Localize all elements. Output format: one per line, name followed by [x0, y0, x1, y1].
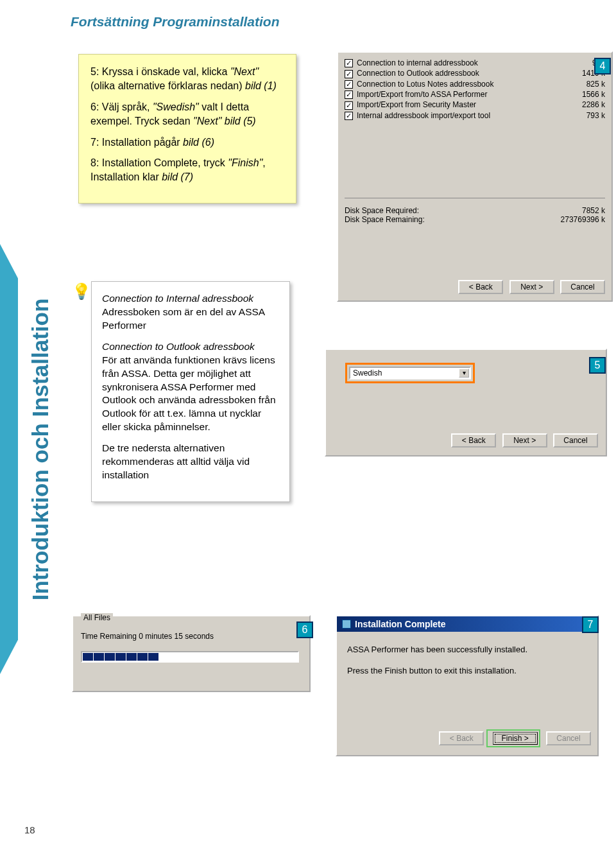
back-button[interactable]: < Back	[451, 433, 496, 448]
checkbox-icon[interactable]: ✓	[345, 112, 353, 120]
dialog-select-components: ✓Connection to internal addressbook963 ✓…	[337, 51, 613, 302]
note-text-italic: bild (6)	[183, 137, 214, 148]
component-size: 825 k	[586, 80, 605, 89]
note-text: 5: Kryssa i önskade val, klicka	[90, 66, 230, 77]
tips-body: För att använda funktionen krävs licens …	[102, 354, 276, 433]
component-row[interactable]: ✓Connection to Lotus Notes addressbook82…	[345, 79, 605, 89]
note-text-italic: bild (1)	[245, 80, 277, 91]
component-label: Import/Export from Security Master	[357, 100, 476, 109]
component-row[interactable]: ✓Import/Export from Security Master2286 …	[345, 100, 605, 110]
callout-badge-7: 7	[582, 616, 599, 633]
checkbox-icon[interactable]: ✓	[345, 91, 353, 99]
cancel-button[interactable]: Cancel	[560, 280, 605, 294]
progress-group-label: All Files	[81, 613, 113, 622]
cancel-button[interactable]: Cancel	[553, 433, 598, 448]
disk-remaining-label: Disk Space Remaining:	[345, 215, 425, 224]
checkbox-icon[interactable]: ✓	[345, 80, 353, 89]
language-dropdown[interactable]: Swedish ▾	[349, 367, 471, 379]
language-value: Swedish	[353, 369, 382, 378]
disk-remaining-value: 273769396 k	[561, 215, 605, 224]
component-row[interactable]: ✓Connection to internal addressbook963	[345, 58, 605, 68]
language-highlight: Swedish ▾	[345, 363, 475, 383]
callout-badge-4: 4	[594, 58, 611, 74]
installer-icon	[342, 620, 351, 629]
note-text-italic: bild (7)	[162, 171, 193, 182]
complete-message-2: Press the Finish button to exit this ins…	[347, 666, 587, 675]
sidebar-accent	[0, 244, 18, 674]
back-button[interactable]: < Back	[458, 280, 503, 294]
note-text: 6: Välj språk,	[90, 101, 153, 112]
dialog-title: Installation Complete	[355, 619, 446, 629]
disk-required-label: Disk Space Required:	[345, 206, 419, 215]
disk-space-panel: Disk Space Required:7852 k Disk Space Re…	[345, 198, 605, 224]
dialog-progress: All Files Time Remaining 0 minutes 15 se…	[72, 615, 311, 692]
tips-body: Adressboken som är en del av ASSA Perfor…	[102, 306, 264, 331]
page-number: 18	[24, 824, 35, 835]
finish-button[interactable]: Finish >	[493, 732, 538, 745]
complete-message-1: ASSA Performer has been successfully ins…	[347, 645, 587, 654]
checkbox-icon[interactable]: ✓	[345, 70, 353, 78]
callout-badge-5: 5	[589, 357, 606, 374]
dialog-select-language: Swedish ▾ < Back Next > Cancel	[325, 349, 607, 456]
dialog-button-row: < Back Next > Cancel	[447, 433, 598, 448]
chevron-down-icon[interactable]: ▾	[459, 369, 469, 378]
tips-heading: Connection to Outlook adressbook	[102, 341, 255, 352]
dialog-installation-complete: Installation Complete ASSA Performer has…	[336, 615, 599, 756]
component-size: 1566 k	[582, 90, 605, 99]
note-text: 8: Installation Complete, tryck	[90, 157, 228, 168]
dialog-titlebar: Installation Complete	[337, 616, 597, 632]
component-row[interactable]: ✓Import/Export from/to ASSA Performer156…	[345, 89, 605, 100]
note-text-italic: "Next" bild (5)	[193, 116, 256, 126]
next-button[interactable]: Next >	[502, 433, 547, 448]
page-title: Fortsättning Programinstallation	[71, 14, 280, 30]
component-size: 2286 k	[582, 100, 605, 109]
disk-required-value: 7852 k	[582, 206, 605, 215]
component-list: ✓Connection to internal addressbook963 ✓…	[338, 53, 612, 121]
progress-bar	[81, 651, 299, 663]
component-size: 793 k	[586, 111, 605, 120]
note-text-italic: "Swedish"	[153, 101, 199, 112]
component-label: Connection to Lotus Notes addressbook	[357, 80, 493, 89]
note-text-italic: "Next"	[230, 66, 259, 77]
next-button[interactable]: Next >	[509, 280, 554, 294]
instruction-note: 5: Kryssa i önskade val, klicka "Next" (…	[78, 54, 296, 204]
component-label: Internal addressbook import/export tool	[357, 111, 490, 120]
checkbox-icon[interactable]: ✓	[345, 101, 353, 110]
checkbox-icon[interactable]: ✓	[345, 59, 353, 67]
note-text: (olika alternative förklaras nedan)	[90, 80, 245, 91]
note-text-italic: "Finish"	[228, 157, 262, 168]
tips-body: De tre nedersta alternativen rekommender…	[102, 442, 250, 480]
sidebar-section-label: Introduktion och Installation	[28, 299, 53, 601]
finish-highlight: Finish >	[486, 729, 540, 747]
component-row[interactable]: ✓Internal addressbook import/export tool…	[345, 110, 605, 121]
dialog-button-row: < Back Next > Cancel	[454, 280, 605, 294]
tips-heading: Connection to Internal adressbook	[102, 293, 253, 304]
cancel-button: Cancel	[546, 731, 591, 745]
callout-badge-6: 6	[296, 622, 313, 638]
component-row[interactable]: ✓Connection to Outlook addressbook1419 k	[345, 68, 605, 78]
back-button: < Back	[439, 731, 484, 745]
component-label: Connection to Outlook addressbook	[357, 69, 479, 78]
dialog-button-row: < Back Finish > Cancel	[435, 729, 591, 747]
tips-note: Connection to Internal adressbook Adress…	[91, 281, 290, 502]
lightbulb-icon: 💡	[72, 283, 91, 300]
note-text: 7: Installation pågår	[90, 137, 183, 148]
component-label: Import/Export from/to ASSA Performer	[357, 90, 487, 99]
component-label: Connection to internal addressbook	[357, 58, 478, 67]
